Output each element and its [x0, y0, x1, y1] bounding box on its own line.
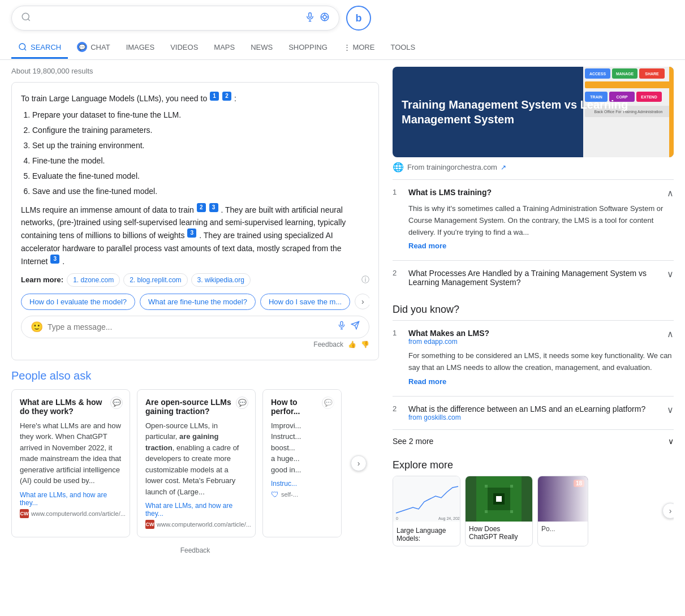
- chat-mic-icon[interactable]: [337, 321, 346, 333]
- chat-input-row: 🙂: [21, 316, 369, 338]
- thumbs-up-icon[interactable]: 👍: [348, 341, 356, 348]
- tab-chat[interactable]: 💬 CHAT: [70, 36, 117, 59]
- did-you-know-list: 1 What Makes an LMS? from edapp.com ∧ Fo…: [393, 320, 674, 429]
- accordion-chevron-1[interactable]: ∧: [667, 188, 674, 199]
- followup-chip-1[interactable]: How do I evaluate the model?: [21, 294, 135, 310]
- source-chip-1[interactable]: 1. dzone.com: [67, 273, 120, 287]
- explore-scroll-arrow[interactable]: ›: [662, 503, 674, 519]
- svg-rect-20: [496, 496, 502, 502]
- dyk-num-2: 2: [393, 404, 402, 413]
- ai-step-5: Evaluate the fine-tuned model.: [32, 170, 369, 182]
- ai-step-1: Prepare your dataset to fine-tune the LL…: [32, 109, 369, 121]
- read-more-1[interactable]: Read more: [408, 240, 674, 252]
- tab-search[interactable]: SEARCH: [11, 37, 68, 59]
- accordion-num-2: 2: [393, 269, 402, 277]
- search-bar-container: how do they train llms: [11, 6, 339, 31]
- bing-button[interactable]: b: [346, 6, 371, 31]
- tab-shopping[interactable]: SHOPPING: [282, 37, 334, 59]
- chat-tab-icon: 💬: [77, 42, 87, 52]
- did-you-know-title: Did you know?: [393, 304, 674, 316]
- paa-link-1[interactable]: What are LLMs, and how are they...: [20, 491, 122, 507]
- kp-image-title: Training Management System vs Learning M…: [393, 88, 674, 136]
- citation-2[interactable]: 2: [222, 92, 231, 101]
- svg-line-1: [28, 19, 29, 20]
- dyk-chevron-1[interactable]: ∧: [667, 329, 674, 339]
- diagram-box-2: MANAGE: [612, 68, 637, 79]
- paa-chat-icon-2[interactable]: 💬: [236, 397, 248, 409]
- search-input[interactable]: how do they train llms: [36, 13, 300, 23]
- left-column: About 19,800,000 results To train Large …: [11, 67, 379, 554]
- paa-section: People also ask 💬 What are LLMs & how do…: [11, 369, 379, 538]
- search-row: how do they train llms b: [11, 6, 674, 31]
- paa-body-2: Open-source LLMs, in particular, are gai…: [145, 420, 247, 498]
- dyk-body-1: For something to be considered an LMS, i…: [393, 350, 674, 387]
- info-icon[interactable]: ⓘ: [361, 275, 369, 285]
- chat-input[interactable]: [48, 322, 333, 331]
- lens-icon[interactable]: [320, 12, 330, 25]
- results-count: About 19,800,000 results: [11, 67, 379, 75]
- accordion-chevron-2[interactable]: ∨: [667, 269, 674, 279]
- explore-card-chart[interactable]: 0 Aug 24, 2024 Large Language Models:: [393, 476, 460, 546]
- header: how do they train llms b: [0, 0, 685, 60]
- source-chip-3[interactable]: 3. wikipedia.org: [191, 273, 251, 287]
- paa-chat-icon-1[interactable]: 💬: [110, 397, 123, 409]
- paa-card-2: 💬 Are open-source LLMs gaining traction?…: [137, 389, 256, 538]
- paa-scroll-arrow[interactable]: ›: [351, 455, 367, 471]
- citation-body-2[interactable]: 2: [197, 203, 206, 212]
- see-more-row[interactable]: See 2 more ∨: [393, 429, 674, 453]
- dyk-chevron-2[interactable]: ∨: [667, 404, 674, 415]
- thumbs-down-icon[interactable]: 👎: [361, 341, 369, 348]
- citation-body-3b[interactable]: 3: [187, 229, 196, 238]
- paa-source-2: CW www.computerworld.com/article/...: [145, 520, 247, 529]
- followup-chip-3[interactable]: How do I save the m...: [260, 294, 350, 310]
- main-content: About 19,800,000 results To train Large …: [0, 60, 685, 561]
- external-link[interactable]: ↗: [501, 163, 506, 171]
- search-icon: [21, 12, 31, 25]
- dyk-read-more-1[interactable]: Read more: [408, 376, 674, 388]
- right-column: Training Management System vs Learning M…: [393, 67, 674, 554]
- dyk-header-1[interactable]: 1 What Makes an LMS? from edapp.com ∧: [393, 329, 674, 346]
- dyk-source-2[interactable]: from goskills.com: [408, 413, 660, 421]
- svg-rect-9: [341, 322, 343, 326]
- svg-rect-14: [393, 476, 460, 522]
- tab-maps[interactable]: MAPS: [207, 37, 242, 59]
- source-chip-2[interactable]: 2. blog.replit.com: [123, 273, 187, 287]
- paa-question-2: Are open-source LLMs gaining traction?: [145, 398, 247, 416]
- tab-images[interactable]: IMAGES: [119, 37, 162, 59]
- chip-scroll-arrow[interactable]: ›: [355, 294, 369, 309]
- accordion-header-2[interactable]: 2 What Processes Are Handled by a Traini…: [393, 269, 674, 287]
- followup-chip-2[interactable]: What are fine-tune the model?: [140, 294, 256, 310]
- accordion-header-1[interactable]: 1 What is LMS training? ∧: [393, 188, 674, 199]
- dyk-source-1[interactable]: from edapp.com: [408, 338, 660, 346]
- paa-card-1: 💬 What are LLMs & how do they work? Here…: [11, 389, 130, 538]
- mic-icon[interactable]: [305, 12, 315, 25]
- shield-icon-3: 🛡: [271, 490, 279, 499]
- tab-news[interactable]: NEWS: [244, 37, 279, 59]
- dyk-header-2[interactable]: 2 What is the difference between an LMS …: [393, 404, 674, 421]
- explore-more-title: Explore more: [393, 459, 674, 471]
- svg-rect-22: [510, 485, 513, 488]
- citation-1[interactable]: 1: [210, 92, 219, 101]
- paa-link-2[interactable]: What are LLMs, and how are they...: [145, 502, 247, 518]
- ai-answer-box: To train Large Language Models (LLMs), y…: [11, 82, 379, 360]
- tab-tools[interactable]: TOOLS: [384, 37, 422, 59]
- explore-card-2[interactable]: How Does ChatGPT Really: [465, 476, 533, 546]
- explore-card-3[interactable]: 18 Po...: [537, 476, 588, 546]
- citation-body-3[interactable]: 3: [209, 203, 218, 212]
- globe-icon: 🌐: [393, 162, 404, 173]
- dyk-title-block-1: What Makes an LMS? from edapp.com: [408, 329, 660, 346]
- ai-step-6: Save and use the fine-tuned model.: [32, 186, 369, 197]
- tab-videos[interactable]: VIDEOS: [163, 37, 205, 59]
- tab-more[interactable]: ⋮ MORE: [337, 37, 382, 59]
- citation-body-3c[interactable]: 3: [50, 255, 59, 264]
- explore-card-img-2: [466, 476, 532, 522]
- accordion-num-1: 1: [393, 188, 402, 196]
- dyk-num-1: 1: [393, 329, 402, 337]
- svg-text:Aug 24, 2024: Aug 24, 2024: [438, 516, 460, 521]
- svg-point-0: [22, 13, 29, 20]
- learn-more-label: Learn more:: [21, 275, 63, 284]
- send-icon[interactable]: [351, 321, 360, 333]
- cw-icon-2: CW: [145, 520, 154, 529]
- kp-image[interactable]: Training Management System vs Learning M…: [393, 67, 674, 157]
- svg-point-7: [19, 44, 25, 50]
